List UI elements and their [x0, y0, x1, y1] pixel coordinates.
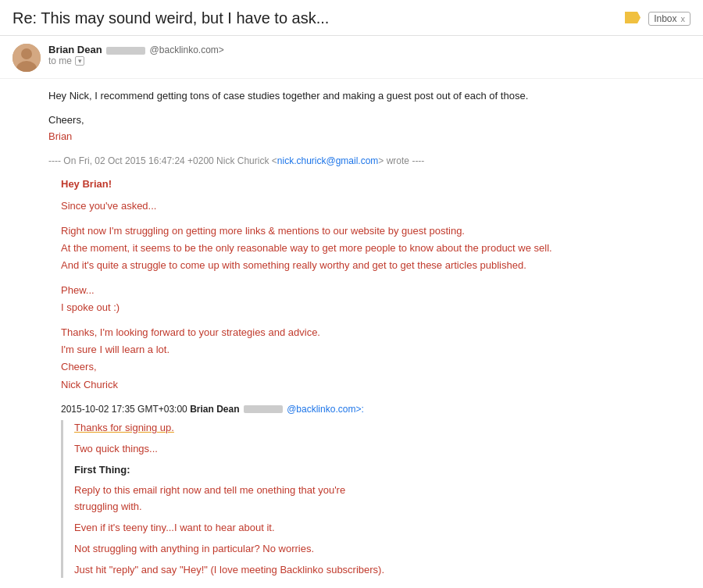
- quoted-since: Since you've asked...: [61, 198, 691, 215]
- to-dropdown-button[interactable]: ▾: [75, 56, 84, 66]
- email-body: Hey Nick, I recommend getting tons of ca…: [0, 79, 703, 578]
- nested-email-link[interactable]: @backlinko.com>:: [287, 404, 364, 415]
- reply-cheers: Cheers,: [48, 112, 691, 129]
- sender-info: Brian Dean @backlinko.com> to me ▾: [48, 44, 691, 66]
- nested-even-if: Even if it's teeny tiny...I want to hear…: [74, 520, 691, 536]
- sender-email: @backlinko.com>: [105, 45, 224, 55]
- email-redacted: [106, 47, 145, 55]
- sender-name: Brian Dean: [48, 44, 102, 55]
- quoted-spoke: I spoke out :): [61, 299, 691, 316]
- quoted-nick: Nick Churick: [61, 376, 691, 394]
- quote-divider: ---- On Fri, 02 Oct 2015 16:47:24 +0200 …: [48, 154, 691, 169]
- nested-email-redacted: [244, 405, 283, 413]
- quoted-email-link[interactable]: nick.churick@gmail.com: [277, 155, 379, 166]
- tag-icon[interactable]: [625, 12, 641, 26]
- nested-block: Thanks for signing up. Two quick things.…: [61, 420, 691, 578]
- quoted-phew: Phew...: [61, 282, 691, 299]
- quoted-struggle1: Right now I'm struggling on getting more…: [61, 223, 691, 240]
- nested-just-hit: Just hit "reply" and say "Hey!" (I love …: [74, 562, 691, 579]
- reply-block: Hey Nick, I recommend getting tons of ca…: [48, 88, 691, 144]
- inbox-close-button[interactable]: x: [681, 14, 686, 23]
- email-meta: Brian Dean @backlinko.com> to me ▾: [0, 36, 703, 79]
- nested-reply-request: Reply to this email right now and tell m…: [74, 483, 691, 515]
- nested-not-struggling: Not struggling with anything in particul…: [74, 541, 691, 558]
- quoted-thanks1: Thanks, I'm looking forward to your stra…: [61, 324, 691, 341]
- inbox-badge: Inbox x: [648, 12, 691, 26]
- reply-sign: Brian: [48, 129, 691, 145]
- quoted-hey: Hey Brian!: [61, 176, 691, 193]
- email-header-bar: Re: This may sound weird, but I have to …: [0, 0, 703, 36]
- inbox-label: Inbox: [654, 13, 676, 24]
- quoted-block: Hey Brian! Since you've asked... Right n…: [48, 176, 691, 579]
- nested-quote-header: 2015-10-02 17:35 GMT+03:00 Brian Dean @b…: [61, 401, 691, 417]
- to-line: to me ▾: [48, 55, 691, 66]
- svg-point-2: [21, 48, 32, 59]
- nested-thanks: Thanks for signing up.: [74, 420, 691, 437]
- nested-first-thing: First Thing:: [74, 462, 691, 479]
- avatar: [12, 44, 41, 72]
- reply-greeting: Hey Nick, I recommend getting tons of ca…: [48, 88, 691, 105]
- quoted-struggle2: At the moment, it seems to be the only r…: [61, 240, 691, 257]
- email-subject: Re: This may sound weird, but I have to …: [12, 9, 617, 27]
- quoted-cheers: Cheers,: [61, 358, 691, 376]
- nested-two-quick: Two quick things...: [74, 441, 691, 458]
- quoted-struggle3: And it's quite a struggle to come up wit…: [61, 257, 691, 274]
- svg-marker-0: [625, 12, 641, 23]
- quoted-thanks2: I'm sure I will learn a lot.: [61, 341, 691, 358]
